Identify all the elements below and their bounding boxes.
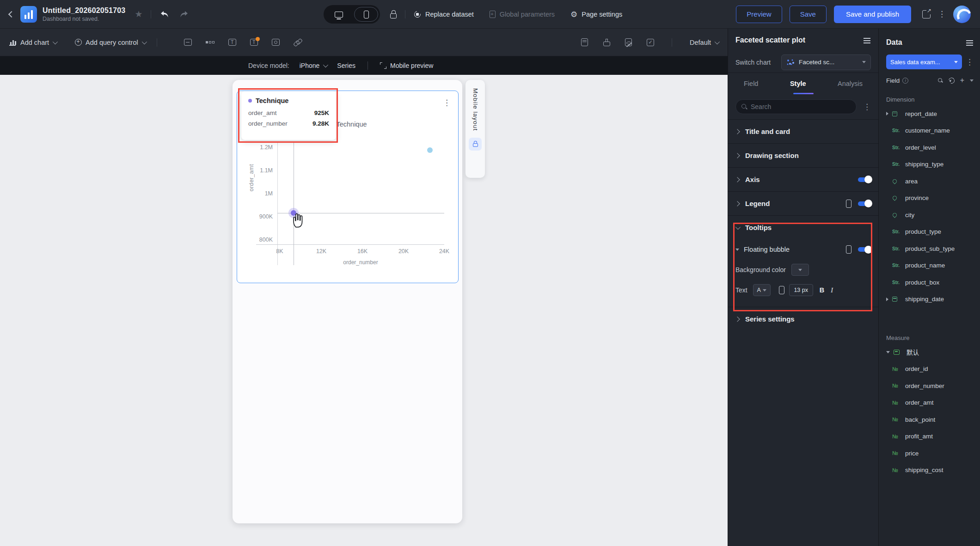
device-model-dropdown[interactable]: iPhone <box>300 62 327 69</box>
field-area[interactable]: area <box>892 173 974 190</box>
section-tooltips[interactable]: Tooltips <box>728 215 878 239</box>
caret-down-icon <box>862 61 866 63</box>
back-icon[interactable] <box>8 11 15 17</box>
mobile-mode-button[interactable] <box>354 7 378 22</box>
theme-brush-icon[interactable] <box>603 39 610 46</box>
field-order-level[interactable]: Str. order_level <box>892 139 974 156</box>
field-report-date[interactable]: report_date <box>886 105 974 122</box>
plus-circle-icon <box>75 39 82 46</box>
global-parameters-button[interactable]: Global parameters <box>490 11 555 18</box>
field-product-sub-type[interactable]: Str. product_sub_type <box>892 240 974 257</box>
x-axis-line <box>256 244 444 245</box>
field-profit-amt[interactable]: № profit_amt <box>892 428 974 445</box>
share-icon[interactable] <box>922 10 931 18</box>
field-order-amt[interactable]: № order_amt <box>892 394 974 412</box>
legend-toggle[interactable] <box>858 201 871 206</box>
section-legend[interactable]: Legend <box>728 191 878 215</box>
section-drawing-section[interactable]: Drawing section <box>728 143 878 167</box>
add-query-control-button[interactable]: Add query control <box>75 39 146 46</box>
report-card-icon[interactable] <box>581 38 588 46</box>
floating-bubble-toggle[interactable] <box>858 247 871 252</box>
text-widget-icon[interactable]: T <box>228 39 236 46</box>
mobile-layout-tab[interactable]: Mobile layout <box>466 80 485 178</box>
field-city[interactable]: city <box>892 206 974 224</box>
field-back-point[interactable]: № back_point <box>892 411 974 428</box>
monitor-icon <box>335 12 343 18</box>
field-price[interactable]: № price <box>892 445 974 462</box>
info-icon[interactable]: i <box>902 78 908 84</box>
carousel-widget-icon[interactable] <box>184 39 192 46</box>
avatar[interactable] <box>953 6 971 23</box>
font-size-input[interactable]: 13 px <box>789 284 813 296</box>
expand-caret-icon[interactable] <box>886 297 888 301</box>
save-and-publish-button[interactable]: Save and publish <box>834 6 911 23</box>
axis-toggle[interactable] <box>858 177 871 182</box>
measure-group-default[interactable]: 默认 <box>886 344 974 361</box>
field-shipping-type[interactable]: Str. shipping_type <box>892 156 974 173</box>
section-axis[interactable]: Axis <box>728 167 878 191</box>
undo-icon[interactable] <box>159 10 170 18</box>
series-dropdown[interactable]: Series <box>337 62 355 69</box>
field-product-type[interactable]: Str. product_type <box>892 224 974 241</box>
default-state-dropdown[interactable]: Default <box>690 39 718 46</box>
tab-style[interactable]: Style <box>790 80 806 87</box>
switch-chart-dropdown[interactable]: Faceted sc... <box>781 55 871 70</box>
refresh-icon[interactable] <box>947 76 956 85</box>
data-panel-menu-icon[interactable] <box>966 40 974 45</box>
section-title-and-card[interactable]: Title and card <box>728 119 878 143</box>
desktop-mode-button[interactable] <box>324 5 354 24</box>
page-settings-button[interactable]: ⚙ Page settings <box>570 10 622 19</box>
batch-select-icon[interactable]: ✓ <box>647 39 654 46</box>
expand-caret-icon[interactable] <box>886 112 888 115</box>
background-color-dropdown[interactable] <box>791 264 809 276</box>
data-point[interactable] <box>427 147 433 153</box>
font-color-dropdown[interactable]: A <box>753 284 771 296</box>
chevron-down-icon <box>735 224 741 229</box>
favorite-star-icon[interactable]: ★ <box>135 9 142 19</box>
floating-bubble-row[interactable]: Floating bubble <box>728 239 878 260</box>
tab-widget-icon[interactable] <box>206 41 214 43</box>
preview-button[interactable]: Preview <box>736 6 782 23</box>
search-options-icon[interactable]: ⋮ <box>863 103 871 111</box>
dataset-selector[interactable]: Sales data exam... <box>886 55 962 69</box>
lock-icon[interactable] <box>390 13 397 18</box>
tab-field[interactable]: Field <box>744 80 758 87</box>
rich-text-widget-icon[interactable]: T <box>250 39 258 46</box>
search-input[interactable] <box>751 103 851 110</box>
switch-chart-label: Switch chart <box>735 59 771 66</box>
mobile-preview-button[interactable]: Mobile preview <box>380 62 433 69</box>
dataset-options-icon[interactable]: ⋮ <box>966 58 974 66</box>
tab-analysis[interactable]: Analysis <box>838 80 863 87</box>
section-series-settings[interactable]: Series settings <box>728 307 878 331</box>
italic-button[interactable]: I <box>831 286 833 294</box>
collapse-caret-icon[interactable] <box>886 351 890 353</box>
add-chart-button[interactable]: Add chart <box>9 39 56 46</box>
field-shipping-date[interactable]: shipping_date <box>886 291 974 308</box>
add-field-icon[interactable]: + <box>960 77 964 84</box>
bold-button[interactable]: B <box>820 286 824 294</box>
replace-dataset-button[interactable]: Replace dataset <box>414 11 474 18</box>
field-order-number[interactable]: № order_number <box>892 377 974 394</box>
field-province[interactable]: province <box>892 190 974 207</box>
link-widget-icon[interactable] <box>294 38 301 46</box>
hide-widget-icon[interactable] <box>625 38 632 46</box>
field-product-name[interactable]: Str. product_name <box>892 257 974 274</box>
style-search-box[interactable] <box>735 99 857 114</box>
field-search-icon[interactable] <box>938 78 943 83</box>
more-menu-icon[interactable]: ⋮ <box>938 10 946 18</box>
field-product-box[interactable]: Str. product_box <box>892 274 974 291</box>
field-shipping-cost[interactable]: № shipping_cost <box>892 462 974 479</box>
y-tick: 1.2M <box>244 144 273 151</box>
layout-lock-button[interactable] <box>469 138 482 151</box>
image-widget-icon[interactable] <box>272 39 280 46</box>
save-button[interactable]: Save <box>790 6 827 23</box>
text-style-row: Text A 13 px B I <box>728 280 878 300</box>
field-order-id[interactable]: № order_id <box>892 361 974 378</box>
top-bar: Untitled_202602051703 Dashboard not save… <box>0 0 980 29</box>
active-tab-underline <box>793 93 814 94</box>
edit-toolbar: Add chart Add query control T T <box>0 29 728 56</box>
caret-down-icon[interactable] <box>970 79 974 82</box>
redo-icon[interactable] <box>179 10 189 18</box>
field-customer-name[interactable]: Str. customer_name <box>892 122 974 140</box>
collapse-panel-icon[interactable] <box>864 37 871 43</box>
